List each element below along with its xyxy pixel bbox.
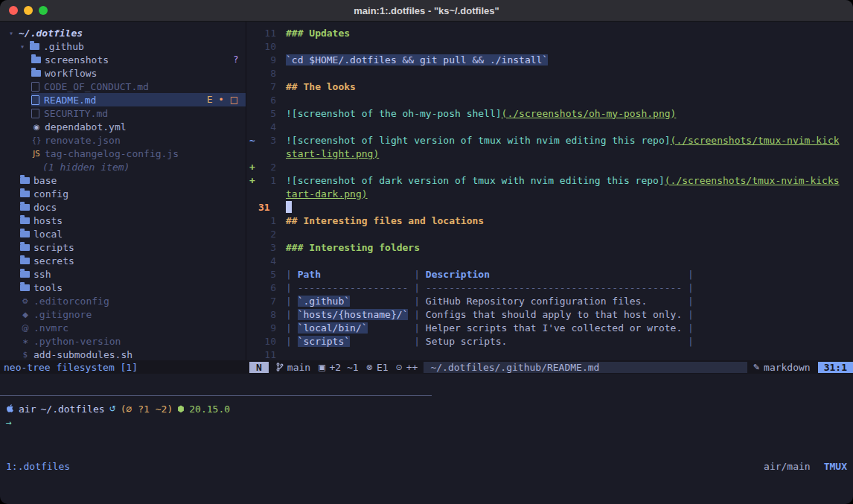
tree-item-editorconfig[interactable]: ⚙.editorconfig <box>0 294 246 307</box>
zoom-button[interactable] <box>39 6 48 15</box>
tree-item-ssh[interactable]: ssh <box>0 267 246 281</box>
editor-buffer[interactable]: 11### Updates109`cd $HOME/.dotfiles && g… <box>246 22 853 360</box>
tree-item-hosts[interactable]: hosts <box>0 214 246 227</box>
indent-spacer <box>0 39 20 53</box>
buffer-line[interactable]: 4 <box>246 254 853 267</box>
tree-item-body: base <box>20 173 246 187</box>
buffer-line[interactable]: 4 <box>246 120 853 133</box>
line-number: 8 <box>258 309 276 320</box>
tree-item-body: $add-submodules.sh <box>20 348 246 360</box>
tree-item-body: SECURITY.md <box>31 106 246 120</box>
tree-item-renovate-json[interactable]: {}renovate.json <box>0 133 246 147</box>
buffer-line[interactable]: 11### Updates <box>246 26 853 39</box>
tree-item-dotfiles[interactable]: ▾~/.dotfiles <box>0 26 246 39</box>
tree-item-nvmrc[interactable]: @.nvmrc <box>0 321 246 334</box>
tree-item-secrets[interactable]: secrets <box>0 254 246 267</box>
buffer-line[interactable]: 7| `.github` | GitHub Repository configu… <box>246 294 853 307</box>
text-segment: | <box>682 309 694 320</box>
git-branch-segment: main <box>276 362 310 373</box>
tree-item-dependabot-yml[interactable]: ◉dependabot.yml <box>0 120 246 133</box>
buffer-line[interactable]: 1## Interesting files and locations <box>246 214 853 227</box>
tree-item-screenshots[interactable]: screenshots? <box>0 53 246 66</box>
buffer-line[interactable]: 10| `scripts` | Setup scripts. | <box>246 334 853 348</box>
git-branch-icon <box>276 363 284 371</box>
buffer-line[interactable]: +1![screenshot of dark version of tmux w… <box>246 173 853 187</box>
buffer-line[interactable]: +2 <box>246 160 853 173</box>
tree-item-label: secrets <box>33 255 74 267</box>
text-segment: ### Interesting folders <box>286 242 420 253</box>
buffer-line[interactable]: 6| ------------------- | ---------------… <box>246 281 853 294</box>
minimize-button[interactable] <box>24 6 33 15</box>
cursor-position: 31:1 <box>818 362 853 373</box>
buffer-line[interactable]: 5![screenshot of the oh-my-posh shell](.… <box>246 106 853 120</box>
buffer-line[interactable]: 9| `local/bin/` | Helper scripts that I'… <box>246 321 853 334</box>
line-text: ![screenshot of light version of tmux wi… <box>276 135 853 146</box>
indent-spacer <box>0 214 20 227</box>
diff-icon: ▣ <box>318 363 325 372</box>
indent-spacer <box>0 348 20 360</box>
text-segment: ## The looks <box>286 81 356 92</box>
close-button[interactable] <box>9 6 18 15</box>
line-text: ### Interesting folders <box>276 242 853 253</box>
tree-item-body: ◉dependabot.yml <box>31 120 246 133</box>
tree-item-docs[interactable]: docs <box>0 200 246 214</box>
buffer-line[interactable]: start-light.png) <box>246 147 853 160</box>
tree-item-label: tools <box>33 282 63 293</box>
buffer-line[interactable]: ~3![screenshot of light version of tmux … <box>246 133 853 147</box>
git-branch-name: main <box>287 362 310 373</box>
status-extra: ++ <box>406 362 418 373</box>
tree-item-scripts[interactable]: scripts <box>0 240 246 254</box>
line-number: 10 <box>258 336 276 347</box>
buffer-line[interactable]: 11 <box>246 348 853 360</box>
tmux-window-tab[interactable]: 1:.dotfiles <box>6 461 70 472</box>
buffer-line[interactable]: tart-dark.png) <box>246 187 853 200</box>
tree-item-github[interactable]: ▾.github <box>0 39 246 53</box>
indent-spacer <box>0 267 20 281</box>
expander-icon[interactable]: ▾ <box>20 42 30 51</box>
buffer-line[interactable]: 10 <box>246 39 853 53</box>
line-number: 4 <box>258 121 276 133</box>
tree-item-code-of-conduct-md[interactable]: CODE_OF_CONDUCT.md <box>0 80 246 93</box>
line-text: | ------------------- | ----------------… <box>276 282 853 293</box>
tree-item-body: local <box>20 227 246 240</box>
nvim-area: ▾~/.dotfiles▾.githubscreenshots?workflow… <box>0 22 853 360</box>
buffer-line[interactable]: 2 <box>246 227 853 240</box>
tree-item-gitignore[interactable]: ◆.gitignore <box>0 307 246 321</box>
tree-item-body: ssh <box>20 267 246 281</box>
text-segment: | <box>647 296 694 307</box>
line-text: ## Interesting files and locations <box>276 215 853 226</box>
buffer-line[interactable]: 3### Interesting folders <box>246 240 853 254</box>
buffer-line[interactable]: 7## The looks <box>246 80 853 93</box>
tree-item-add-submodules-sh[interactable]: $add-submodules.sh <box>0 348 246 360</box>
buffer-line[interactable]: 6 <box>246 93 853 106</box>
tree-item-base[interactable]: base <box>0 173 246 187</box>
statusline-row: neo-tree filesystem [1] N main ▣+2 ~1 ⊗E… <box>0 360 853 374</box>
tmux-pane-border[interactable] <box>0 395 853 396</box>
tree-item-security-md[interactable]: SECURITY.md <box>0 106 246 120</box>
text-segment: ------------------- <box>298 282 409 293</box>
tree-item-label: ssh <box>33 269 51 280</box>
buffer-line[interactable]: 8| `hosts/{hostname}/` | Configs that sh… <box>246 307 853 321</box>
tree-item-readme-md[interactable]: README.mdE•□ <box>0 93 246 106</box>
text-segment: | <box>368 322 426 334</box>
traffic-lights <box>9 0 48 21</box>
tree-item-config[interactable]: config <box>0 187 246 200</box>
tree-item-workflows[interactable]: workflows <box>0 66 246 80</box>
prompt-path: ~/.dotfiles <box>40 403 104 415</box>
terminal-pane[interactable]: air ~/.dotfiles ↺ (⌀ ?1 ~2) 20.15.0 → <box>0 396 853 459</box>
tree-item-local[interactable]: local <box>0 227 246 240</box>
indent-spacer <box>0 307 20 321</box>
indent-spacer <box>0 106 31 120</box>
tree-item-tools[interactable]: tools <box>0 281 246 294</box>
tree-item-python-version[interactable]: ∗.python-version <box>0 334 246 348</box>
neo-tree-sidebar[interactable]: ▾~/.dotfiles▾.githubscreenshots?workflow… <box>0 22 246 360</box>
folder-icon <box>20 271 30 278</box>
tree-item-tag-changelog-config-js[interactable]: JStag-changelog-config.js <box>0 147 246 160</box>
buffer-line[interactable]: 31 <box>246 200 853 214</box>
expander-icon[interactable]: ▾ <box>9 29 19 37</box>
line-text: `cd $HOME/.dotfiles && git pull && ./ins… <box>276 54 853 66</box>
buffer-line[interactable]: 8 <box>246 66 853 80</box>
tree-item-1-hidden-item[interactable]: (1 hidden item) <box>0 160 246 173</box>
buffer-line[interactable]: 5| Path | Description | <box>246 267 853 281</box>
buffer-line[interactable]: 9`cd $HOME/.dotfiles && git pull && ./in… <box>246 53 853 66</box>
